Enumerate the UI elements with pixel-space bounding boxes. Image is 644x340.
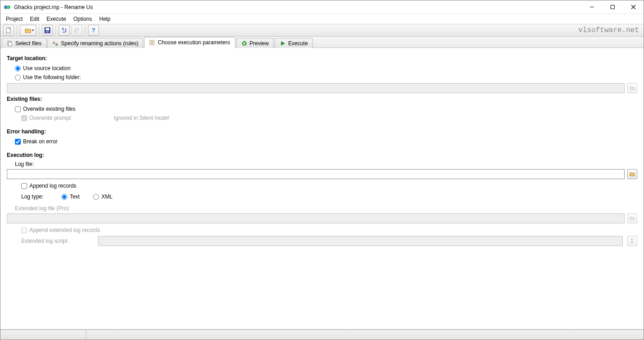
redo-button[interactable]: [71, 25, 82, 36]
folder-open-icon: [629, 171, 635, 177]
log-file-label: Log file:: [15, 161, 637, 167]
extended-log-script-sigma-button: Σ: [627, 236, 637, 246]
menu-edit[interactable]: Edit: [26, 15, 43, 23]
preview-icon: [241, 40, 247, 47]
target-location-heading: Target location:: [7, 55, 637, 61]
append-log-row[interactable]: Append log records: [21, 182, 637, 190]
svg-rect-3: [611, 5, 614, 9]
menu-project[interactable]: Project: [2, 15, 26, 23]
append-extended-log-checkbox: [21, 227, 27, 233]
append-log-checkbox[interactable]: [21, 183, 27, 189]
files-icon: [7, 40, 13, 47]
tab-strip: Select files AB Specify renaming actions…: [0, 37, 644, 48]
log-type-text-label: Text: [70, 194, 79, 200]
minimize-button[interactable]: [581, 0, 602, 14]
status-bar: [0, 330, 644, 340]
window-controls: [581, 0, 644, 14]
parameters-pane: Target location: Use source location Use…: [0, 48, 644, 330]
maximize-button[interactable]: [602, 0, 623, 14]
execution-log-heading: Execution log:: [7, 152, 637, 158]
tab-preview[interactable]: Preview: [236, 38, 274, 48]
use-folder-label: Use the following folder:: [23, 74, 81, 80]
chevron-down-icon: ▼: [32, 29, 34, 32]
folder-open-icon: [629, 215, 635, 222]
ignored-silent-note: Ignored in Silent mode!: [114, 115, 169, 121]
use-source-radio[interactable]: [15, 66, 21, 71]
tab-execution-parameters[interactable]: Choose execution parameters: [144, 37, 235, 48]
tab-specify-rules[interactable]: AB Specify renaming actions (rules): [47, 38, 143, 48]
log-file-row: [7, 169, 637, 179]
break-on-error-checkbox[interactable]: [15, 139, 21, 145]
params-icon: [149, 39, 155, 46]
log-type-text-radio[interactable]: [61, 194, 67, 200]
extended-log-script-input: [98, 236, 623, 246]
overwrite-prompt-checkbox: [21, 115, 27, 121]
svg-text:B: B: [56, 43, 58, 46]
use-source-label: Use source location: [23, 65, 70, 71]
error-handling-heading: Error handling:: [7, 128, 637, 135]
menu-help[interactable]: Help: [96, 15, 114, 23]
brand-text: vlsoftware.net: [579, 26, 642, 34]
extended-log-label: Extended log file (Pro):: [15, 205, 637, 212]
tab-label: Choose execution parameters: [158, 39, 230, 46]
append-extended-log-label: Append extended log records: [29, 227, 100, 233]
tab-select-files[interactable]: Select files: [2, 38, 47, 48]
use-folder-radio[interactable]: [15, 75, 21, 80]
use-folder-radio-row[interactable]: Use the following folder:: [15, 73, 637, 81]
menu-bar: Project Edit Execute Options Help: [0, 14, 644, 24]
undo-button[interactable]: [59, 25, 70, 36]
overwrite-check-row[interactable]: Overwite existing files: [15, 105, 637, 113]
menu-options[interactable]: Options: [70, 15, 95, 23]
menu-execute[interactable]: Execute: [43, 15, 70, 23]
status-pane-1: [0, 330, 86, 340]
append-extended-log-row: Append extended log records: [21, 226, 637, 234]
overwrite-prompt-label: Overwrite prompt: [29, 115, 71, 121]
title-bar: Ghacks project.rnp - Rename Us: [0, 0, 644, 14]
extended-log-row: [7, 213, 637, 223]
extended-log-script-label: Extended log script:: [21, 238, 93, 244]
rules-icon: AB: [52, 40, 59, 47]
close-button[interactable]: [623, 0, 644, 14]
browse-log-file-button[interactable]: [627, 169, 637, 179]
svg-rect-9: [46, 31, 49, 33]
log-file-input[interactable]: [7, 169, 625, 179]
overwrite-prompt-row: Overwrite prompt Ignored in Silent mode!: [21, 114, 637, 122]
log-type-row: Log type: Text XML: [21, 193, 637, 201]
new-button[interactable]: [3, 25, 14, 36]
use-source-radio-row[interactable]: Use source location: [15, 64, 637, 72]
overwrite-label: Overwite existing files: [23, 106, 75, 112]
log-type-label: Log type:: [21, 194, 43, 200]
log-type-xml-row[interactable]: XML: [93, 193, 112, 201]
svg-rect-6: [6, 28, 10, 33]
log-type-text-row[interactable]: Text: [61, 193, 79, 201]
app-icon: [4, 4, 11, 11]
extended-log-script-row: Extended log script: Σ: [21, 236, 637, 246]
window-title: Ghacks project.rnp - Rename Us: [14, 4, 93, 10]
existing-files-heading: Existing files:: [7, 96, 637, 102]
tab-label: Execute: [288, 40, 308, 47]
target-folder-row: [7, 83, 637, 93]
save-button[interactable]: [42, 25, 53, 36]
extended-log-input: [7, 213, 625, 223]
sigma-icon: Σ: [630, 238, 634, 244]
folder-open-icon: [629, 85, 635, 91]
browse-target-folder-button: [627, 83, 637, 93]
log-type-xml-radio[interactable]: [93, 194, 99, 200]
tab-label: Preview: [250, 40, 269, 47]
svg-point-1: [7, 5, 10, 9]
svg-text:?: ?: [92, 27, 95, 33]
svg-rect-8: [46, 28, 49, 30]
tab-label: Specify renaming actions (rules): [61, 40, 138, 47]
break-on-error-row[interactable]: Break on error: [15, 137, 637, 146]
browse-extended-log-button: [627, 213, 637, 223]
toolbar: ▼ ? vlsoftware.net: [0, 24, 644, 37]
svg-rect-12: [9, 42, 12, 46]
overwrite-checkbox[interactable]: [15, 106, 21, 112]
open-button[interactable]: ▼: [20, 25, 36, 36]
help-button[interactable]: ?: [88, 25, 99, 36]
tab-execute[interactable]: Execute: [275, 38, 313, 48]
tab-label: Select files: [15, 40, 42, 47]
append-log-label: Append log records: [29, 183, 76, 189]
status-pane-2: [86, 330, 644, 340]
log-type-xml-label: XML: [101, 194, 112, 200]
